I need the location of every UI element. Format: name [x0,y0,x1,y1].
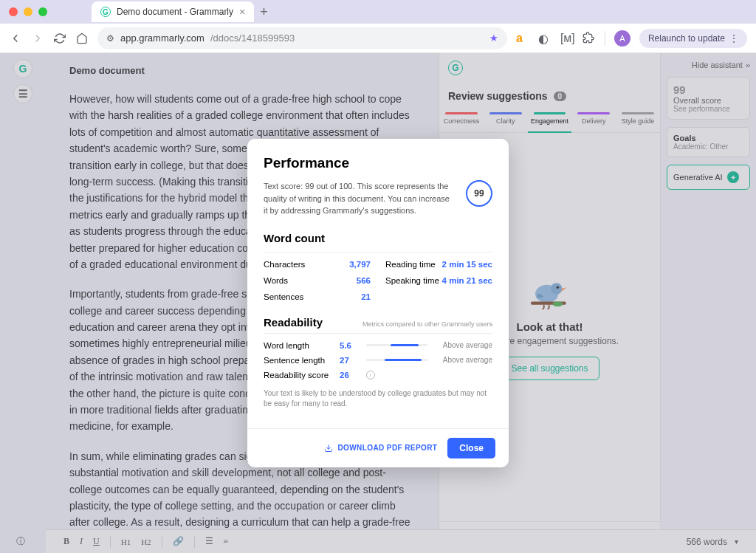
generative-ai-card[interactable]: Generative AI ✦ [667,165,750,190]
readability-heading: Readability [264,316,323,329]
reload-button[interactable] [53,32,66,45]
lightbulb-icon: ✦ [727,171,739,183]
sentence-length-row: Sentence length 27 Above average [264,353,492,368]
tab-delivery[interactable]: Delivery [571,109,616,132]
extension-icon-3[interactable]: [м] [560,32,574,45]
performance-modal: Performance Text score: 99 out of 100. T… [247,139,509,467]
goals-card[interactable]: Goals Academic: Other [667,127,750,157]
traffic-lights [9,7,47,16]
svg-point-1 [550,283,562,295]
help-icon[interactable]: ⓘ [16,535,25,548]
tab-title: Demo document - Grammarly [117,7,233,17]
download-icon [324,444,333,453]
readability-note: Your text is likely to be understood by … [264,388,492,412]
score-circle: 99 [466,180,492,207]
home-button[interactable] [75,32,89,45]
relaunch-button[interactable]: Relaunch to update ⋮ [639,29,747,48]
sidebar-toggle[interactable]: ☰ [13,84,32,103]
suggestion-tabs: Correctness Clarity Engagement Delivery … [439,109,660,133]
url-path: /ddocs/1418599593 [210,32,295,44]
svg-point-2 [556,286,558,288]
info-icon[interactable]: i [366,371,375,379]
window-minimize[interactable] [24,7,32,16]
see-all-suggestions-button[interactable]: See all suggestions [500,357,599,380]
chevron-right-icon: » [746,61,750,69]
numbered-list-button[interactable]: ☰ [205,536,213,547]
window-titlebar: G Demo document - Grammarly × + [0,0,756,24]
empty-title: Look at that! [517,320,583,333]
url-bar[interactable]: ⚙ app.grammarly.com/ddocs/1418599593 ★ [97,27,507,49]
underline-button[interactable]: U [93,536,100,547]
window-close[interactable] [9,7,18,16]
italic-button[interactable]: I [80,536,83,547]
back-button[interactable] [9,32,22,45]
word-count-stats: Characters3,797 Reading time2 min 15 sec… [264,252,492,301]
toolbar-right: a ◐ [м] A Relaunch to update ⋮ [516,29,747,48]
svg-point-4 [552,301,563,306]
grammarly-logo[interactable]: G [13,59,32,78]
grammarly-favicon: G [100,7,111,17]
separator [605,31,605,46]
tab-engagement[interactable]: Engagement [528,109,572,132]
link-button[interactable]: 🔗 [173,536,184,547]
readability-note-heading: Metrics compared to other Grammarly user… [362,320,492,328]
format-bar: ⓘ B I U H1 H2 🔗 ☰ ≡ 566 words ▾ [46,529,756,553]
grammarly-icon: G [448,61,463,75]
browser-tab[interactable]: G Demo document - Grammarly × [92,1,254,22]
suggestion-count-badge: 0 [554,92,567,101]
profile-avatar[interactable]: A [614,30,630,47]
overall-score-card[interactable]: 99 Overall score See performance [667,77,750,120]
modal-description: Text score: 99 out of 100. This score re… [264,180,454,217]
bird-illustration [523,275,577,313]
panel-header: G [439,53,660,83]
browser-toolbar: ⚙ app.grammarly.com/ddocs/1418599593 ★ a… [0,24,756,53]
tab-close-icon[interactable]: × [239,6,245,18]
new-tab-button[interactable]: + [260,4,268,20]
bullet-list-button[interactable]: ≡ [224,536,229,547]
chevron-down-icon[interactable]: ▾ [735,537,738,546]
word-length-row: Word length 5.6 Above average [264,338,492,353]
url-host: app.grammarly.com [120,32,205,44]
window-maximize[interactable] [38,7,47,16]
readability-score-row: Readability score 26 i [264,368,492,382]
modal-footer: DOWNLOAD PDF REPORT Close [247,428,509,467]
extension-icon-1[interactable]: a [516,32,529,45]
tab-clarity[interactable]: Clarity [484,109,528,132]
h2-button[interactable]: H2 [141,537,151,546]
menu-dots-icon: ⋮ [729,33,738,44]
bookmark-icon[interactable]: ★ [489,32,498,44]
bold-button[interactable]: B [63,536,69,547]
assistant-panel: Hide assistant » 99 Overall score See pe… [660,53,756,553]
word-count-heading: Word count [264,232,492,244]
document-title[interactable]: Demo document [69,65,415,76]
review-suggestions-heading: Review suggestions 0 [439,83,660,109]
tab-correctness[interactable]: Correctness [439,109,484,132]
extension-icon-2[interactable]: ◐ [538,32,551,45]
extensions-menu-icon[interactable] [583,32,596,45]
app-container: G ☰ Demo document However, how will stud… [0,53,756,553]
hide-assistant-button[interactable]: Hide assistant » [667,61,750,69]
modal-title: Performance [264,155,492,171]
h1-button[interactable]: H1 [121,537,131,546]
download-pdf-button[interactable]: DOWNLOAD PDF REPORT [324,444,437,453]
word-count[interactable]: 566 words [687,537,727,547]
close-button[interactable]: Close [447,438,495,458]
app-sidebar: G ☰ [0,53,46,553]
tab-style-guide[interactable]: Style guide [616,109,660,132]
forward-button[interactable] [31,32,44,45]
site-settings-icon[interactable]: ⚙ [106,33,114,44]
